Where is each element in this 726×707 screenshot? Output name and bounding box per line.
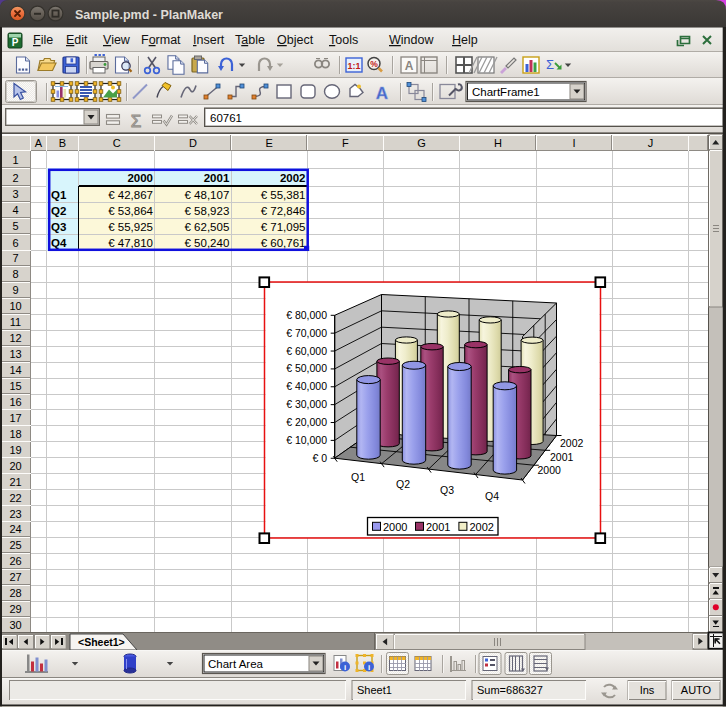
svg-text:24: 24: [9, 523, 21, 535]
svg-text:2001: 2001: [204, 172, 230, 184]
svg-text:€ 40,000: € 40,000: [286, 380, 327, 392]
svg-text:Help: Help: [452, 33, 478, 47]
svg-text:15: 15: [9, 380, 21, 392]
svg-text:2001: 2001: [550, 451, 574, 463]
svg-text:60761: 60761: [210, 112, 242, 124]
svg-text:D: D: [189, 137, 197, 149]
svg-text:€ 42,867: € 42,867: [108, 189, 153, 201]
svg-text:€ 48,107: € 48,107: [185, 189, 230, 201]
svg-text:8: 8: [12, 268, 18, 280]
svg-text:29: 29: [9, 603, 21, 615]
svg-text:25: 25: [9, 539, 21, 551]
svg-text:27: 27: [9, 571, 21, 583]
svg-text:2002: 2002: [560, 437, 584, 449]
svg-text:A: A: [35, 137, 43, 149]
svg-text:Chart Area: Chart Area: [208, 658, 264, 670]
svg-text:Q2: Q2: [51, 205, 66, 217]
svg-text:Q4: Q4: [51, 237, 67, 249]
svg-text:18: 18: [9, 428, 21, 440]
svg-text:C: C: [113, 137, 121, 149]
svg-text:2000: 2000: [383, 521, 407, 533]
svg-text:<Sheet1>: <Sheet1>: [78, 636, 125, 648]
svg-text:Σ: Σ: [546, 57, 554, 72]
svg-text:€ 55,381: € 55,381: [261, 189, 306, 201]
svg-text:P: P: [12, 37, 19, 48]
svg-text:1:1: 1:1: [347, 61, 360, 71]
svg-text:Tools: Tools: [329, 33, 358, 47]
svg-text:Window: Window: [389, 33, 434, 47]
svg-text:View: View: [103, 33, 131, 47]
svg-text:19: 19: [9, 444, 21, 456]
svg-text:12: 12: [9, 332, 21, 344]
svg-text:€ 47,810: € 47,810: [108, 237, 153, 249]
svg-text:A: A: [405, 59, 414, 73]
svg-text:1: 1: [12, 154, 18, 166]
svg-text:%: %: [370, 59, 378, 69]
svg-text:I: I: [573, 137, 576, 149]
svg-text:€ 80,000: € 80,000: [286, 309, 327, 321]
svg-text:22: 22: [9, 492, 21, 504]
svg-text:€ 58,923: € 58,923: [185, 205, 230, 217]
svg-text:28: 28: [9, 587, 21, 599]
svg-text:AUTO: AUTO: [681, 684, 712, 696]
svg-text:€ 30,000: € 30,000: [286, 398, 327, 410]
svg-text:2000: 2000: [538, 464, 562, 476]
svg-text:Format: Format: [141, 33, 181, 47]
svg-text:Sample.pmd - PlanMaker: Sample.pmd - PlanMaker: [75, 8, 223, 22]
svg-text:€ 50,240: € 50,240: [185, 237, 230, 249]
svg-text:23: 23: [9, 508, 21, 520]
svg-text:11: 11: [10, 316, 21, 328]
svg-text:4: 4: [12, 204, 18, 216]
svg-text:€ 60,761: € 60,761: [261, 237, 306, 249]
svg-text:H: H: [494, 137, 502, 149]
svg-text:E: E: [265, 137, 272, 149]
svg-text:2000: 2000: [127, 172, 153, 184]
svg-text:Q3: Q3: [440, 484, 454, 496]
svg-text:€ 60,000: € 60,000: [286, 345, 327, 357]
svg-text:2: 2: [12, 172, 18, 184]
svg-text:€ 50,000: € 50,000: [286, 362, 327, 374]
svg-text:17: 17: [9, 412, 21, 424]
svg-text:F: F: [342, 137, 349, 149]
svg-text:€ 0: € 0: [312, 452, 327, 464]
svg-text:6: 6: [12, 237, 18, 249]
svg-text:30: 30: [9, 619, 21, 631]
svg-text:7: 7: [12, 252, 18, 264]
svg-text:Σ: Σ: [131, 112, 142, 131]
svg-text:i: i: [344, 663, 346, 672]
svg-text:Q2: Q2: [396, 478, 410, 490]
svg-text:B: B: [59, 137, 66, 149]
svg-text:€ 72,846: € 72,846: [261, 205, 306, 217]
svg-text:Edit: Edit: [66, 33, 88, 47]
svg-text:2002: 2002: [469, 521, 493, 533]
svg-text:€ 62,505: € 62,505: [185, 221, 230, 233]
svg-text:€ 10,000: € 10,000: [286, 434, 327, 446]
svg-text:€ 20,000: € 20,000: [286, 416, 327, 428]
svg-text:3: 3: [12, 188, 18, 200]
svg-text:File: File: [33, 33, 53, 47]
svg-text:13: 13: [9, 348, 21, 360]
svg-text:Ins: Ins: [640, 684, 655, 696]
svg-text:A: A: [376, 84, 388, 103]
svg-text:Q1: Q1: [351, 471, 365, 483]
svg-text:€ 70,000: € 70,000: [286, 327, 327, 339]
svg-text:20: 20: [9, 460, 21, 472]
svg-text:€ 71,095: € 71,095: [261, 221, 306, 233]
svg-text:9: 9: [12, 284, 18, 296]
svg-text:2001: 2001: [426, 521, 450, 533]
svg-text:14: 14: [9, 364, 21, 376]
svg-text:16: 16: [9, 396, 21, 408]
svg-text:J: J: [648, 137, 654, 149]
svg-text:Sheet1: Sheet1: [357, 684, 392, 696]
svg-text:2002: 2002: [280, 172, 306, 184]
svg-text:10: 10: [9, 300, 21, 312]
svg-text:Insert: Insert: [193, 33, 225, 47]
svg-text:Q4: Q4: [485, 490, 499, 502]
svg-text:21: 21: [9, 476, 21, 488]
svg-text:5: 5: [12, 220, 18, 232]
svg-text:ChartFrame1: ChartFrame1: [472, 86, 540, 98]
svg-text:G: G: [417, 137, 426, 149]
svg-text:€ 53,864: € 53,864: [108, 205, 153, 217]
svg-text:Q3: Q3: [51, 221, 66, 233]
svg-text:26: 26: [9, 555, 21, 567]
